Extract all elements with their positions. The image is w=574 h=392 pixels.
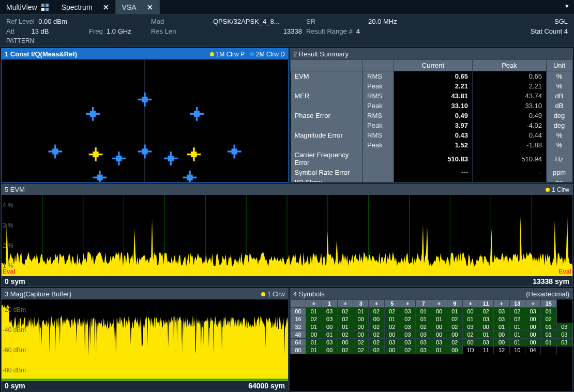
ref-level-value: 0.00 dBm (38, 18, 67, 25)
tab-spectrum-label: Spectrum (62, 3, 93, 11)
att-value: 13 dB (31, 27, 49, 35)
svg-rect-19 (194, 111, 200, 117)
table-row: Peak33.1033.10dB (291, 101, 572, 111)
panel-evm-title-bar: 5 EVM 1 Clrw (2, 184, 572, 195)
mag-plot[interactable]: -20 dBm -40 dBm -60 dBm -80 dBm (2, 299, 288, 381)
svg-rect-52 (142, 148, 147, 154)
result-summary-table: Current Peak Unit EVMRMS0.650.65%Peak2.2… (290, 59, 572, 182)
att-label: Att (6, 27, 14, 35)
sr-value: 20.0 MHz (366, 17, 470, 26)
table-row: Peak2.212.21% (291, 81, 572, 91)
close-icon[interactable]: ✕ (103, 3, 109, 11)
close-icon[interactable]: ✕ (147, 3, 153, 11)
mag-xmin: 0 sym (5, 382, 25, 390)
reslen-value: 13338 (211, 26, 304, 36)
constellation-plot[interactable] (2, 59, 288, 183)
tab-multiview-label: MultiView (6, 3, 37, 11)
legend-evm: 1 Clrw (546, 186, 569, 193)
svg-rect-49 (90, 111, 96, 117)
mag-xmax: 64000 sym (248, 382, 285, 390)
table-row: EVMRMS0.650.65% (291, 71, 572, 82)
legend-item-1: 1M Clrw P (210, 51, 245, 58)
symbols-table[interactable]: +1+3+5+7+9+11+13+15 00010302010202030100… (290, 299, 572, 391)
freq-value: 1.0 GHz (107, 27, 131, 35)
svg-rect-7 (191, 152, 197, 157)
table-row: Symbol Rate Error-----ppm (291, 168, 572, 177)
svg-rect-4 (93, 152, 98, 157)
svg-rect-85 (116, 156, 122, 161)
panel-mag[interactable]: 3 Mag(Capture Buffer) 1 Clrw -20 dBm -40… (1, 288, 289, 391)
eval-tag-right: Eval (558, 268, 571, 275)
table-row: 0001030201020203010001000203020301 (291, 308, 572, 315)
svg-rect-16 (142, 97, 147, 102)
table-row: Phase ErrorRMS0.490.49deg (291, 111, 572, 120)
svg-rect-46 (52, 148, 58, 154)
info-bar: Ref Level 0.00 dBm Mod QPSK/32APSK_4_8..… (0, 14, 574, 47)
eval-tag-left: Eval (3, 268, 16, 275)
tab-bar: MultiView Spectrum ✕ VSA ✕ ▾ (0, 0, 574, 14)
panel-evm-title: 5 EVM (5, 186, 25, 193)
dot-blue-icon (250, 52, 254, 56)
svg-rect-58 (187, 175, 193, 180)
panel-symbols-title: 4 Symbols (293, 290, 325, 298)
col-peak: Peak (473, 60, 547, 71)
reslen-label: Res Len (151, 27, 176, 35)
svg-rect-22 (232, 148, 237, 154)
evm-footer: 0 sym 13338 sym (2, 276, 572, 287)
evm-xmax: 13338 sym (533, 277, 569, 285)
panel-mag-title: 3 Mag(Capture Buffer) (5, 290, 71, 298)
table-row: Magnitude ErrorRMS0.430.44% (291, 130, 572, 140)
result-range-label: Result Range # (306, 27, 353, 35)
table-row: 320100010002020302000203000101000103 (291, 323, 572, 331)
table-row: Peak1.52-1.88% (291, 140, 572, 150)
panel-result-title-bar: 2 Result Summary (290, 49, 572, 59)
tab-multiview[interactable]: MultiView (0, 0, 55, 14)
mod-label: Mod (151, 18, 164, 25)
tab-spectrum[interactable]: Spectrum ✕ (55, 0, 116, 14)
mag-footer: 0 sym 64000 sym (2, 381, 288, 391)
evm-xmin: 0 sym (5, 277, 25, 285)
sgl-indicator: SGL (470, 17, 570, 26)
table-row: Carrier Frequency Error510.83510.94Hz (291, 150, 572, 168)
panel-result-title: 2 Result Summary (293, 50, 349, 58)
evm-plot[interactable]: 4 % 3 % 2 % 1 % Eval Eval (2, 195, 572, 276)
sr-label: SR (306, 18, 315, 25)
freq-label: Freq (89, 27, 103, 35)
tab-overflow-dropdown[interactable]: ▾ (560, 0, 574, 14)
col-current: Current (394, 60, 473, 71)
panel-symbols[interactable]: 4 Symbols (Hexadecimal) +1+3+5+7+9+11+13… (290, 288, 573, 391)
tab-vsa[interactable]: VSA ✕ (116, 0, 160, 14)
dot-yellow-icon (546, 188, 550, 192)
legend-item-2: 2M Clrw D (250, 51, 285, 58)
panel-symbols-title-bar: 4 Symbols (Hexadecimal) (290, 289, 572, 299)
table-row: 480001020002000303000002010001000103 (291, 331, 572, 339)
stat-count: Stat Count 4 (470, 26, 570, 36)
dot-yellow-icon (210, 52, 214, 56)
panel-constellation-title-bar: 1 Const I/Q(Meas&Ref) 1M Clrw P 2M Clrw … (2, 49, 288, 59)
col-unit: Unit (547, 60, 572, 71)
result-range-value: 4 (356, 27, 360, 35)
symbols-format: (Hexadecimal) (526, 290, 569, 298)
panel-constellation[interactable]: 1 Const I/Q(Meas&Ref) 1M Clrw P 2M Clrw … (1, 48, 289, 183)
dot-yellow-icon (261, 292, 265, 296)
ref-level-label: Ref Level (6, 18, 35, 25)
main-grid: 1 Const I/Q(Meas&Ref) 1M Clrw P 2M Clrw … (0, 47, 574, 392)
panel-constellation-title: 1 Const I/Q(Meas&Ref) (5, 50, 77, 58)
mod-value: QPSK/32APSK_4_8... (211, 17, 304, 26)
panel-mag-title-bar: 3 Mag(Capture Buffer) 1 Clrw (2, 289, 288, 299)
table-row: 80010002020200020301001D11121004 (291, 346, 572, 354)
table-row: 640103000202030303030200030001000103 (291, 339, 572, 346)
svg-rect-55 (168, 156, 174, 161)
table-row: Peak3.97-4.02deg (291, 120, 572, 130)
tab-vsa-label: VSA (122, 3, 137, 11)
svg-rect-82 (97, 175, 102, 180)
pattern-indicator: PATTERN (4, 36, 570, 47)
table-row: I/Q Skew-----ps (291, 177, 572, 182)
legend-mag: 1 Clrw (261, 291, 285, 298)
table-row: MERRMS43.8143.74dB (291, 91, 572, 101)
panel-evm[interactable]: 5 EVM 1 Clrw 4 % 3 % 2 % 1 % Eval Eval 0… (1, 184, 573, 287)
panel-result-summary[interactable]: 2 Result Summary Current Peak Unit EVMRM… (290, 48, 573, 183)
table-row: 1602030200000102010102010303020002 (291, 315, 572, 323)
multiview-grid-icon (41, 4, 49, 11)
